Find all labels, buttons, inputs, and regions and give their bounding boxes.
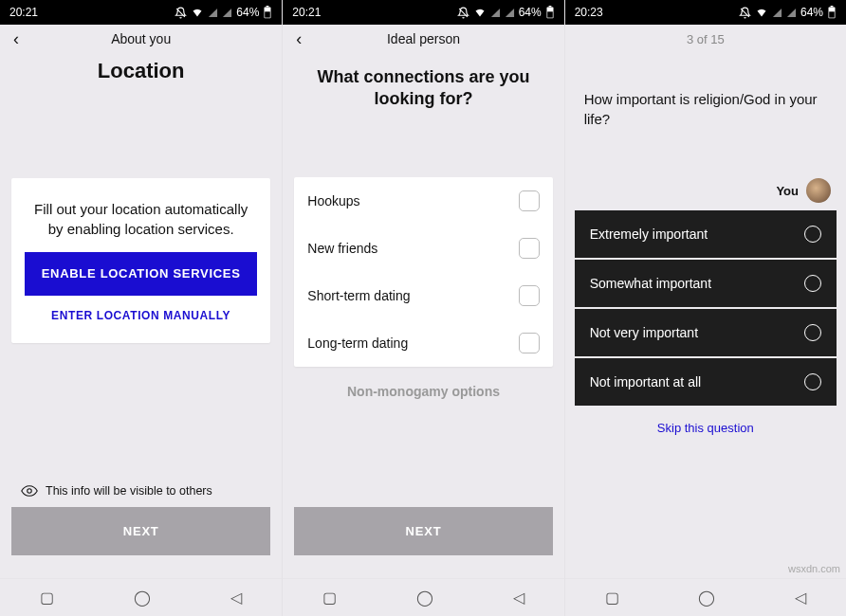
status-icons: 64%: [457, 6, 555, 19]
answer-label: Not important at all: [590, 374, 702, 390]
battery-text: 64%: [800, 6, 823, 19]
answer-label: Not very important: [590, 325, 698, 340]
option-label: Long-term dating: [307, 335, 408, 351]
status-time: 20:21: [292, 6, 321, 19]
screen-connections: 20:21 64% ‹ Ideal person What connection…: [282, 0, 563, 616]
subtitle: Ideal person: [283, 31, 563, 46]
top-bar: ‹ About you: [0, 25, 282, 53]
visibility-notice: This info will be visible to others: [11, 475, 270, 507]
svg-point-3: [28, 489, 32, 494]
status-bar: 20:21 64%: [283, 0, 563, 25]
option-label: Short-term dating: [307, 288, 410, 303]
nav-home-icon[interactable]: ◯: [134, 589, 151, 607]
checkbox[interactable]: [519, 190, 540, 211]
bell-off-icon: [739, 7, 751, 19]
wifi-icon: [473, 7, 487, 18]
you-row: You: [565, 178, 846, 210]
option-label: New friends: [307, 241, 377, 256]
nav-home-icon[interactable]: ◯: [416, 589, 433, 607]
battery-text: 64%: [236, 6, 259, 19]
card-description: Fill out your location automatically by …: [25, 195, 257, 252]
nav-back-icon[interactable]: ◁: [230, 589, 242, 607]
svg-rect-2: [266, 11, 271, 17]
top-bar: 3 of 15: [565, 25, 846, 53]
checkbox[interactable]: [519, 285, 540, 306]
next-button[interactable]: NEXT: [294, 507, 552, 555]
screen-question: 20:23 64% 3 of 15 How important is relig…: [564, 0, 846, 616]
wifi-icon: [755, 7, 768, 18]
footer: This info will be visible to others NEXT: [0, 475, 282, 571]
option-short-term[interactable]: Short-term dating: [294, 272, 552, 319]
nav-back-icon[interactable]: ◁: [795, 589, 806, 607]
connections-list: Hookups New friends Short-term dating Lo…: [294, 177, 552, 367]
avatar: [806, 178, 831, 203]
checkbox[interactable]: [519, 238, 540, 259]
back-button[interactable]: ‹: [13, 29, 19, 49]
radio[interactable]: [804, 226, 821, 243]
next-button[interactable]: NEXT: [11, 507, 270, 555]
you-label: You: [776, 184, 799, 198]
svg-rect-8: [831, 6, 834, 7]
option-hookups[interactable]: Hookups: [294, 177, 552, 225]
location-card: Fill out your location automatically by …: [11, 178, 270, 343]
status-icons: 64%: [739, 6, 837, 19]
nav-recent-icon[interactable]: ▢: [40, 589, 54, 607]
eye-icon: [21, 484, 38, 498]
bell-off-icon: [175, 7, 187, 19]
nav-back-icon[interactable]: ◁: [513, 589, 524, 607]
android-nav-bar: ▢ ◯ ◁: [565, 578, 846, 616]
answer-not-very[interactable]: Not very important: [575, 309, 837, 356]
signal-icon: [208, 8, 218, 18]
page-title: What connections are you looking for?: [283, 53, 563, 111]
option-long-term[interactable]: Long-term dating: [294, 319, 552, 367]
footer: NEXT: [283, 507, 563, 571]
android-nav-bar: ▢ ◯ ◁: [0, 578, 282, 616]
question-text: How important is religion/God in your li…: [565, 53, 846, 129]
status-time: 20:21: [9, 6, 38, 19]
option-label: Hookups: [307, 193, 359, 208]
signal-icon: [772, 8, 782, 18]
svg-rect-5: [548, 6, 551, 7]
checkbox[interactable]: [519, 333, 540, 353]
back-button[interactable]: ‹: [296, 29, 302, 49]
watermark: wsxdn.com: [788, 563, 840, 574]
answer-panel: Extremely important Somewhat important N…: [575, 210, 837, 408]
radio[interactable]: [804, 324, 821, 341]
svg-rect-6: [547, 11, 553, 17]
signal-icon-2: [222, 8, 232, 18]
nav-recent-icon[interactable]: ▢: [605, 589, 619, 607]
radio[interactable]: [804, 275, 821, 292]
enable-location-button[interactable]: ENABLE LOCATION SERVICES: [25, 252, 257, 296]
android-nav-bar: ▢ ◯ ◁: [283, 578, 563, 616]
wifi-icon: [191, 7, 204, 18]
answer-somewhat[interactable]: Somewhat important: [575, 260, 837, 307]
signal-icon: [490, 8, 501, 18]
battery-icon: [827, 6, 837, 19]
visibility-text: This info will be visible to others: [46, 484, 212, 498]
subtitle: About you: [0, 31, 282, 46]
option-new-friends[interactable]: New friends: [294, 225, 552, 272]
answer-not-at-all[interactable]: Not important at all: [575, 358, 837, 406]
answer-label: Somewhat important: [590, 276, 711, 291]
skip-question-link[interactable]: Skip this question: [565, 408, 846, 448]
nonmonogamy-link[interactable]: Non-monogamy options: [283, 367, 563, 399]
svg-rect-9: [829, 11, 835, 17]
battery-text: 64%: [519, 6, 542, 19]
svg-rect-1: [267, 6, 269, 7]
radio[interactable]: [804, 373, 821, 390]
screen-location: 20:21 64% ‹ About you Location Fill out …: [0, 0, 282, 616]
page-title: Location: [0, 53, 282, 83]
signal-icon-2: [505, 8, 515, 18]
status-bar: 20:21 64%: [0, 0, 282, 25]
page-counter: 3 of 15: [565, 32, 846, 46]
nav-home-icon[interactable]: ◯: [698, 589, 715, 607]
battery-icon: [545, 6, 555, 19]
status-icons: 64%: [175, 6, 272, 19]
bell-off-icon: [457, 7, 469, 19]
status-bar: 20:23 64%: [565, 0, 846, 25]
answer-extremely[interactable]: Extremely important: [575, 210, 837, 258]
nav-recent-icon[interactable]: ▢: [322, 589, 337, 607]
status-time: 20:23: [575, 6, 603, 19]
top-bar: ‹ Ideal person: [283, 25, 563, 53]
enter-manually-link[interactable]: ENTER LOCATION MANUALLY: [25, 296, 257, 326]
